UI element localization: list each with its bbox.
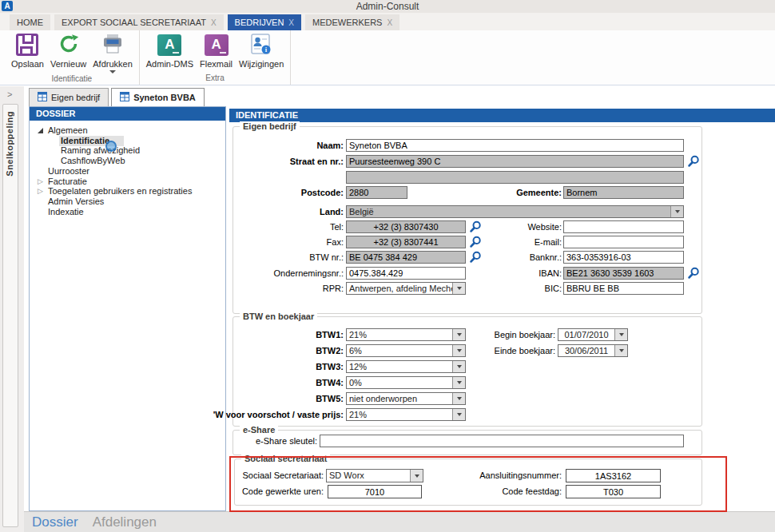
- field-label-einde-boekjaar: Einde boekjaar:: [316, 346, 555, 355]
- vernieuw-button[interactable]: Vernieuw: [47, 30, 89, 69]
- banknr-input[interactable]: [563, 251, 684, 264]
- footer-tab-afdelingen[interactable]: Afdelingen: [93, 514, 157, 530]
- field-label-btw1: BTW1:: [104, 330, 344, 339]
- window-title: Admin-Consult: [0, 1, 775, 12]
- tree-item-indexatie[interactable]: Indexatie: [48, 207, 84, 217]
- select-value: 01/07/2010: [558, 329, 614, 340]
- button-label: Afdrukken: [93, 59, 133, 69]
- ribbon-tab-bedrijven[interactable]: BEDRIJVENX: [228, 14, 301, 30]
- tree-item-facturatie[interactable]: Facturatie: [48, 177, 87, 187]
- select-arrow-icon[interactable]: [452, 393, 465, 404]
- button-label: Vernieuw: [50, 59, 86, 69]
- field-label-btw4: BTW4:: [104, 378, 344, 387]
- tab-close-icon[interactable]: X: [387, 18, 392, 27]
- search-icon[interactable]: [687, 267, 700, 280]
- tree-collapsed-icon[interactable]: ▷: [38, 187, 43, 195]
- save-icon: [16, 34, 38, 56]
- ribbon-group-label: Identificatie: [8, 73, 136, 85]
- field-label-gemeente: Gemeente:: [322, 188, 562, 197]
- ribbon-tab-export-sociaal-secretariaat[interactable]: EXPORT SOCIAAL SECRETARIAATX: [54, 14, 224, 30]
- select-arrow-icon[interactable]: [614, 345, 627, 356]
- field-label-btw2: BTW2:: [104, 346, 344, 355]
- field-label-begin-boekjaar: Begin boekjaar:: [316, 330, 555, 339]
- form-header: IDENTIFICATIE: [229, 109, 775, 122]
- field-label-iban: IBAN:: [322, 268, 562, 278]
- land-select[interactable]: België: [346, 205, 684, 218]
- field-label-postcode: Postcode:: [104, 188, 344, 197]
- group-box-title: BTW en boekjaar: [240, 312, 317, 321]
- tree-collapsed-icon[interactable]: ▷: [38, 177, 43, 185]
- admin-dms-button[interactable]: AAdmin-DMS: [143, 30, 197, 69]
- btw5-select[interactable]: niet onderworpen: [346, 392, 466, 405]
- doc-tab-syneton-bvba[interactable]: Syneton BVBA: [111, 88, 205, 106]
- select-arrow-icon[interactable]: [452, 361, 465, 372]
- title-bar: A Admin-Consult: [0, 0, 775, 14]
- begin-boekjaar-select[interactable]: 01/07/2010: [558, 328, 628, 341]
- field-label-fax: Fax:: [104, 237, 344, 247]
- flexmail-icon: A: [205, 34, 229, 56]
- e-mail-input[interactable]: [563, 236, 684, 248]
- ribbon-tab-bar: HOMEEXPORT SOCIAAL SECRETARIAATXBEDRIJVE…: [0, 13, 775, 30]
- footer-tab-bar: DossierAfdelingen: [24, 511, 775, 532]
- select-arrow-icon[interactable]: [614, 329, 627, 340]
- search-icon[interactable]: [687, 155, 700, 168]
- select-arrow-icon[interactable]: [452, 377, 465, 388]
- naam-input[interactable]: [346, 139, 684, 152]
- document-tab-bar: Eigen bedrijfSyneton BVBA: [29, 88, 205, 106]
- btw3-select[interactable]: 12%: [346, 360, 466, 373]
- tab-close-icon[interactable]: X: [211, 18, 217, 27]
- field-label-banknr: Banknr.:: [322, 252, 562, 262]
- select-value: 12%: [347, 361, 452, 372]
- field-label-w-voor-voorschot-vaste-prijs: 'W voor voorschot / vaste prijs:: [104, 410, 344, 419]
- field-label-btw5: BTW5:: [104, 394, 344, 403]
- ribbon-tab-medewerkers[interactable]: MEDEWERKERSX: [305, 14, 399, 30]
- ribbon-tab-label: BEDRIJVEN: [235, 18, 284, 27]
- field-label-website: Website:: [322, 222, 562, 232]
- shortcut-panel[interactable]: Snelkoppeling: [2, 104, 18, 527]
- straat-en-nr-input[interactable]: [346, 155, 684, 168]
- field-label-btw3: BTW3:: [104, 362, 344, 371]
- btw4-select[interactable]: 0%: [346, 376, 466, 389]
- footer-tab-dossier[interactable]: Dossier: [32, 514, 78, 530]
- click-indicator: [105, 141, 117, 152]
- flexmail-button[interactable]: AFlexmail: [197, 30, 236, 69]
- group-box-title: e-Share: [240, 425, 278, 435]
- ribbon-group-identificatie: OpslaanVernieuwAfdrukkenIdentificatie: [5, 30, 140, 85]
- tree-item-uurrooster[interactable]: Uurrooster: [48, 166, 89, 177]
- shortcut-panel-label: Snelkoppeling: [5, 111, 14, 177]
- select-arrow-icon[interactable]: [670, 206, 683, 217]
- iban-input[interactable]: [563, 267, 684, 280]
- ribbon: OpslaanVernieuwAfdrukkenIdentificatieAAd…: [0, 30, 775, 85]
- group-box-title: Eigen bedrijf: [240, 121, 300, 131]
- tree-panel-header: DOSSIER: [30, 107, 225, 121]
- field-label-e-share-sleutel: e-Share sleutel:: [78, 436, 317, 446]
- select-value: België: [347, 206, 670, 217]
- tree-expanded-icon[interactable]: [38, 128, 43, 133]
- tree-item-algemeen[interactable]: Algemeen: [48, 125, 88, 136]
- gemeente-input[interactable]: [563, 186, 684, 199]
- w-voor-voorschot-vaste-prijs-select[interactable]: 21%: [346, 408, 466, 421]
- afdrukken-button[interactable]: Afdrukken: [89, 30, 136, 73]
- doc-tab-eigen-bedrijf[interactable]: Eigen bedrijf: [29, 88, 109, 106]
- ribbon-tab-label: HOME: [17, 18, 43, 27]
- button-label: Admin-DMS: [146, 59, 193, 69]
- website-input[interactable]: [563, 220, 684, 233]
- application-window: A Admin-Consult HOMEEXPORT SOCIAAL SECRE…: [0, 0, 775, 532]
- ribbon-group-label: Extra: [143, 73, 288, 85]
- address-line-2-input[interactable]: [346, 171, 684, 184]
- ribbon-tab-home[interactable]: HOME: [10, 14, 50, 30]
- wijzigingen-button[interactable]: iWijzigingen: [236, 30, 287, 69]
- field-label-land: Land:: [104, 207, 344, 216]
- field-label-rpr: RPR:: [104, 284, 344, 293]
- expand-panel-arrow-icon[interactable]: >: [7, 89, 12, 99]
- bic-input[interactable]: [563, 282, 684, 295]
- e-share-sleutel-input[interactable]: [320, 435, 684, 447]
- field-label-ondernemingsnr: Ondernemingsnr.:: [104, 268, 344, 278]
- admin-dms-icon: A: [157, 34, 181, 56]
- tree-item-admin-versies[interactable]: Admin Versies: [48, 197, 104, 207]
- tab-close-icon[interactable]: X: [288, 18, 294, 27]
- opslaan-button[interactable]: Opslaan: [8, 30, 47, 69]
- select-arrow-icon[interactable]: [452, 409, 465, 420]
- field-label-bic: BIC:: [322, 284, 562, 293]
- einde-boekjaar-select[interactable]: 30/06/2011: [558, 344, 628, 357]
